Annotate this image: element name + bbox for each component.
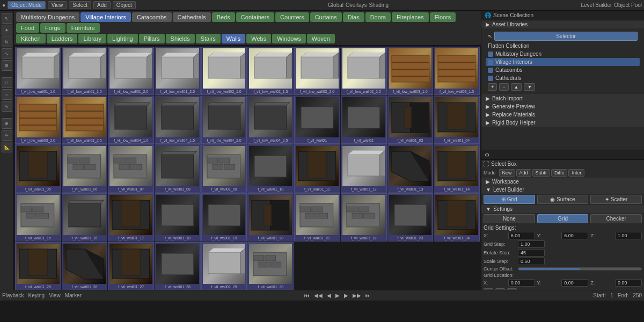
tool-move[interactable]: ✦ [2, 25, 12, 35]
asset-item[interactable]: f_vil_low_wall03_1.5 [434, 47, 480, 95]
x-value-input[interactable] [508, 232, 535, 239]
tool-transform[interactable]: ⊞ [2, 60, 12, 71]
asset-item[interactable]: f_vil_low_wall04_2.5 [247, 96, 294, 144]
settings-section[interactable]: ▼ Settings [481, 205, 644, 213]
library-village[interactable]: Village Interiors [486, 58, 640, 66]
tab-ladders[interactable]: Ladders [47, 34, 78, 43]
asset-item[interactable]: f_vil_wall01_03 [387, 96, 434, 144]
asset-item[interactable]: f_vil_wall02 [341, 96, 387, 144]
tab-pillars[interactable]: Pillars [139, 34, 165, 43]
asset-item[interactable]: f_vil_wall01_13 [387, 144, 434, 193]
mode-inter-btn[interactable]: Inter [568, 169, 584, 177]
y-value-input[interactable] [561, 232, 588, 239]
asset-item[interactable]: f_vil_wall01_21 [294, 193, 340, 241]
asset-item[interactable]: f_vil_low_wall04_1.0 [108, 96, 154, 144]
rotate-step-input[interactable] [518, 249, 545, 257]
asset-item[interactable]: f_vil_wall01_07 [108, 144, 154, 193]
x-axis-btn[interactable]: X [484, 288, 493, 290]
library-catacombs[interactable]: Catacombs [486, 66, 640, 74]
asset-libraries-title[interactable]: ▶ Asset Libraries [481, 20, 644, 28]
tool-lasso[interactable]: ∿ [2, 101, 12, 112]
tool-box[interactable]: □ [2, 77, 12, 88]
asset-item[interactable]: f_vil_wall01_17 [108, 193, 154, 241]
tab-food[interactable]: Food [16, 23, 39, 33]
tab-kitchen[interactable]: Kitchen [16, 34, 46, 43]
mode-new-btn[interactable]: New [499, 169, 515, 177]
tab-woven[interactable]: Woven [307, 34, 335, 43]
up-btn[interactable]: ▲ [511, 83, 522, 91]
z-loc-input[interactable] [615, 279, 642, 287]
tab-counters[interactable]: Counters [275, 12, 309, 22]
asset-item[interactable]: f_vil_wall01_05 [15, 144, 61, 193]
play-btn[interactable]: ▶ [335, 292, 340, 298]
replace-materials-row[interactable]: ▶ Replace Materials [481, 111, 644, 119]
tab-shields[interactable]: Shields [166, 34, 195, 43]
tool-scale[interactable]: ⤡ [2, 48, 12, 59]
asset-item[interactable]: f_vil_wall01_15 [15, 193, 61, 241]
tab-windows[interactable]: Windows [272, 34, 306, 43]
asset-item[interactable]: f_vil_low_wall04_2.0 [201, 96, 247, 144]
tab-curtains[interactable]: Curtains [310, 12, 342, 22]
tab-beds[interactable]: Beds [212, 12, 235, 22]
next-keyframe-btn[interactable]: ▶▶ [353, 292, 361, 298]
asset-item[interactable]: f_vil_low_wall03_2.0 [15, 96, 61, 144]
checker-btn[interactable]: Checker [590, 214, 642, 223]
asset-item[interactable]: f_vil_wall01_04 [434, 96, 480, 144]
x-loc-input[interactable] [508, 279, 535, 287]
asset-item[interactable]: f_vil_wall01_14 [434, 144, 480, 193]
asset-item[interactable]: f_vil_wall01_24 [434, 193, 480, 241]
tab-village-interiors[interactable]: Village Interiors [80, 12, 131, 22]
scatter-btn[interactable]: ✦ Scatter [590, 195, 642, 204]
asset-item[interactable]: f_vil_wall01_10 [247, 144, 294, 193]
prev-frame-btn[interactable]: ◀ [327, 292, 331, 298]
none-btn[interactable]: None [484, 214, 535, 223]
asset-item[interactable]: f_vil_wall01_27 [108, 242, 154, 290]
mode-add-btn[interactable]: Add [516, 169, 531, 177]
tab-fireplaces[interactable]: Fireplaces [392, 12, 429, 22]
asset-item[interactable]: f_vil_low_wall03_2.5 [62, 96, 108, 144]
surface-btn[interactable]: ◉ Surface [537, 195, 589, 204]
z-value-input[interactable] [615, 232, 642, 239]
tool-rotate[interactable]: ↻ [2, 36, 12, 47]
selector-btn[interactable]: Selector [494, 32, 638, 41]
tab-furniture[interactable]: Furniture [67, 23, 100, 33]
tab-cathedrals[interactable]: Cathedrals [173, 12, 211, 22]
asset-item[interactable]: f_vil_wall01_29 [201, 242, 247, 290]
tab-webs[interactable]: Webs [246, 34, 271, 43]
workspace-section[interactable]: ▶ Workspace [481, 178, 644, 186]
tab-stairs[interactable]: Stairs [196, 34, 221, 43]
view-label[interactable]: View [49, 292, 61, 298]
library-cathedrals[interactable]: Cathedrals [486, 74, 640, 82]
object-menu[interactable]: Object [113, 1, 136, 9]
mode-diffe-btn[interactable]: Diffe [551, 169, 567, 177]
tab-library[interactable]: Library [78, 34, 106, 43]
asset-item[interactable]: f_vil_low_wall03_1.0 [387, 47, 434, 95]
z-axis-btn[interactable]: Z [507, 288, 517, 290]
tool-circle[interactable]: ○ [2, 89, 12, 100]
flatten-collection-item[interactable]: Flatten Collection [486, 42, 640, 50]
asset-item[interactable]: f_vil_wall01_11 [294, 144, 340, 193]
tool-cursor2[interactable]: ⊕ [2, 118, 12, 129]
tab-forge[interactable]: Forge [40, 23, 65, 33]
y-axis-btn[interactable]: Y [495, 288, 505, 290]
marker-label[interactable]: Marker [65, 292, 82, 298]
tool-measure[interactable]: 📐 [2, 142, 12, 152]
view-menu[interactable]: View [48, 1, 67, 9]
asset-item[interactable]: f_vil_wall01_12 [341, 144, 387, 193]
asset-item[interactable]: f_vil_low_wall02_1.0 [201, 47, 247, 95]
asset-item[interactable]: f_vil_wall01_06 [62, 144, 108, 193]
asset-item[interactable]: f_vil_wall01_25 [15, 242, 61, 290]
asset-item[interactable]: f_vil_wall01_16 [62, 193, 108, 241]
center-offset-slider[interactable] [518, 267, 642, 270]
asset-item[interactable]: f_vil_low_wall02_2.5 [341, 47, 387, 95]
tab-lighting[interactable]: Lighting [107, 34, 138, 43]
down-btn[interactable]: ▼ [524, 83, 535, 91]
asset-item[interactable]: f_vil_wall01_18 [155, 193, 201, 241]
asset-item[interactable]: f_vil_low_wall01_2.0 [108, 47, 154, 95]
tool-cursor[interactable]: ↖ [2, 13, 12, 24]
tool-annotate[interactable]: ✏ [2, 130, 12, 141]
skip-end-btn[interactable]: ⏭ [365, 292, 371, 298]
asset-item[interactable]: f_vil_wall01_08 [155, 144, 201, 193]
prev-keyframe-btn[interactable]: ◀◀ [314, 292, 323, 298]
object-mode-btn[interactable]: Object Mode [8, 1, 46, 9]
